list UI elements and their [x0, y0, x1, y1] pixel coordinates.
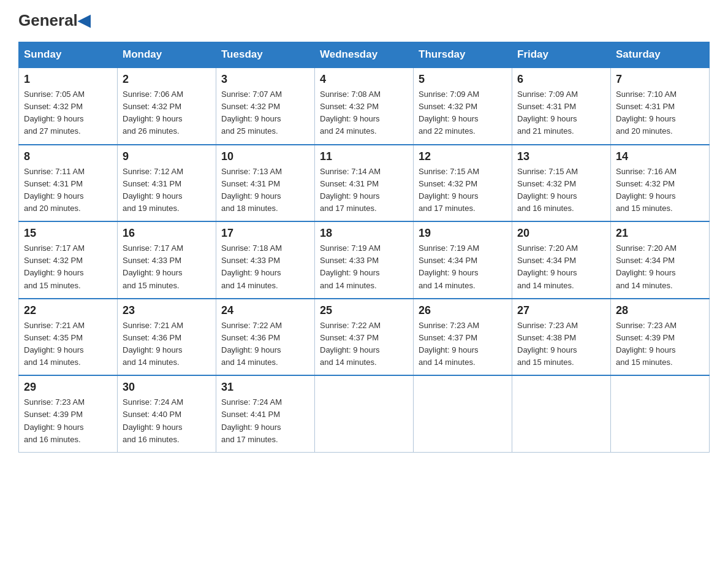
day-info: Sunrise: 7:23 AMSunset: 4:37 PMDaylight:…: [419, 320, 507, 369]
logo-top: General◀: [18, 12, 90, 28]
day-info: Sunrise: 7:22 AMSunset: 4:37 PMDaylight:…: [320, 320, 408, 369]
day-info: Sunrise: 7:10 AMSunset: 4:31 PMDaylight:…: [616, 88, 704, 138]
calendar-cell: 31Sunrise: 7:24 AMSunset: 4:41 PMDayligh…: [216, 375, 315, 452]
day-info: Sunrise: 7:23 AMSunset: 4:38 PMDaylight:…: [517, 320, 605, 369]
day-info: Sunrise: 7:09 AMSunset: 4:31 PMDaylight:…: [517, 88, 605, 138]
day-info: Sunrise: 7:20 AMSunset: 4:34 PMDaylight:…: [517, 242, 605, 292]
calendar-cell: 29Sunrise: 7:23 AMSunset: 4:39 PMDayligh…: [19, 375, 118, 452]
day-number: 15: [24, 227, 112, 240]
calendar-cell: 8Sunrise: 7:11 AMSunset: 4:31 PMDaylight…: [19, 145, 118, 222]
week-row-4: 22Sunrise: 7:21 AMSunset: 4:35 PMDayligh…: [19, 299, 710, 376]
day-info: Sunrise: 7:20 AMSunset: 4:34 PMDaylight:…: [616, 242, 704, 292]
calendar-cell: 17Sunrise: 7:18 AMSunset: 4:33 PMDayligh…: [216, 221, 315, 299]
day-number: 16: [123, 227, 211, 240]
weekday-header-wednesday: Wednesday: [315, 42, 414, 68]
calendar-cell: 9Sunrise: 7:12 AMSunset: 4:31 PMDaylight…: [118, 145, 216, 222]
day-number: 3: [221, 73, 309, 86]
day-info: Sunrise: 7:21 AMSunset: 4:35 PMDaylight:…: [24, 320, 112, 369]
calendar-cell: 22Sunrise: 7:21 AMSunset: 4:35 PMDayligh…: [19, 299, 118, 376]
day-number: 9: [123, 150, 211, 163]
day-info: Sunrise: 7:24 AMSunset: 4:41 PMDaylight:…: [221, 396, 309, 446]
day-number: 13: [517, 150, 605, 163]
day-number: 6: [517, 73, 605, 86]
day-info: Sunrise: 7:09 AMSunset: 4:32 PMDaylight:…: [419, 88, 507, 138]
day-number: 27: [517, 304, 605, 317]
day-info: Sunrise: 7:12 AMSunset: 4:31 PMDaylight:…: [123, 166, 211, 215]
calendar-cell: 7Sunrise: 7:10 AMSunset: 4:31 PMDaylight…: [611, 67, 710, 145]
day-number: 26: [419, 304, 507, 317]
day-info: Sunrise: 7:06 AMSunset: 4:32 PMDaylight:…: [123, 88, 211, 138]
calendar-cell: 15Sunrise: 7:17 AMSunset: 4:32 PMDayligh…: [19, 221, 118, 299]
day-number: 23: [123, 304, 211, 317]
day-info: Sunrise: 7:17 AMSunset: 4:32 PMDaylight:…: [24, 242, 112, 292]
day-number: 18: [320, 227, 408, 240]
day-number: 19: [419, 227, 507, 240]
page-header: General◀: [18, 12, 710, 29]
calendar-cell: 3Sunrise: 7:07 AMSunset: 4:32 PMDaylight…: [216, 67, 315, 145]
weekday-header-tuesday: Tuesday: [216, 42, 315, 68]
calendar-cell: 16Sunrise: 7:17 AMSunset: 4:33 PMDayligh…: [118, 221, 216, 299]
calendar-cell: 18Sunrise: 7:19 AMSunset: 4:33 PMDayligh…: [315, 221, 414, 299]
calendar-cell: 6Sunrise: 7:09 AMSunset: 4:31 PMDaylight…: [512, 67, 611, 145]
day-info: Sunrise: 7:08 AMSunset: 4:32 PMDaylight:…: [320, 88, 408, 138]
day-number: 30: [123, 381, 211, 394]
day-number: 12: [419, 150, 507, 163]
calendar-cell: 11Sunrise: 7:14 AMSunset: 4:31 PMDayligh…: [315, 145, 414, 222]
day-number: 20: [517, 227, 605, 240]
calendar-cell: 2Sunrise: 7:06 AMSunset: 4:32 PMDaylight…: [118, 67, 216, 145]
calendar-cell: 19Sunrise: 7:19 AMSunset: 4:34 PMDayligh…: [414, 221, 512, 299]
day-info: Sunrise: 7:11 AMSunset: 4:31 PMDaylight:…: [24, 166, 112, 215]
day-info: Sunrise: 7:24 AMSunset: 4:40 PMDaylight:…: [123, 396, 211, 446]
day-number: 17: [221, 227, 309, 240]
day-info: Sunrise: 7:16 AMSunset: 4:32 PMDaylight:…: [616, 166, 704, 215]
day-info: Sunrise: 7:21 AMSunset: 4:36 PMDaylight:…: [123, 320, 211, 369]
day-number: 1: [24, 73, 112, 86]
calendar-cell: 27Sunrise: 7:23 AMSunset: 4:38 PMDayligh…: [512, 299, 611, 376]
day-info: Sunrise: 7:19 AMSunset: 4:33 PMDaylight:…: [320, 242, 408, 292]
calendar-cell: [611, 375, 710, 452]
day-info: Sunrise: 7:15 AMSunset: 4:32 PMDaylight:…: [517, 166, 605, 215]
week-row-3: 15Sunrise: 7:17 AMSunset: 4:32 PMDayligh…: [19, 221, 710, 299]
calendar-cell: 24Sunrise: 7:22 AMSunset: 4:36 PMDayligh…: [216, 299, 315, 376]
calendar-cell: 30Sunrise: 7:24 AMSunset: 4:40 PMDayligh…: [118, 375, 216, 452]
day-info: Sunrise: 7:17 AMSunset: 4:33 PMDaylight:…: [123, 242, 211, 292]
day-number: 14: [616, 150, 704, 163]
calendar-cell: 4Sunrise: 7:08 AMSunset: 4:32 PMDaylight…: [315, 67, 414, 145]
week-row-1: 1Sunrise: 7:05 AMSunset: 4:32 PMDaylight…: [19, 67, 710, 145]
calendar-cell: 25Sunrise: 7:22 AMSunset: 4:37 PMDayligh…: [315, 299, 414, 376]
day-number: 24: [221, 304, 309, 317]
calendar-table: SundayMondayTuesdayWednesdayThursdayFrid…: [18, 42, 710, 453]
day-info: Sunrise: 7:14 AMSunset: 4:31 PMDaylight:…: [320, 166, 408, 215]
day-number: 4: [320, 73, 408, 86]
day-number: 28: [616, 304, 704, 317]
day-info: Sunrise: 7:07 AMSunset: 4:32 PMDaylight:…: [221, 88, 309, 138]
day-info: Sunrise: 7:18 AMSunset: 4:33 PMDaylight:…: [221, 242, 309, 292]
calendar-cell: 23Sunrise: 7:21 AMSunset: 4:36 PMDayligh…: [118, 299, 216, 376]
calendar-cell: 5Sunrise: 7:09 AMSunset: 4:32 PMDaylight…: [414, 67, 512, 145]
weekday-header-monday: Monday: [118, 42, 216, 68]
weekday-header-friday: Friday: [512, 42, 611, 68]
day-number: 10: [221, 150, 309, 163]
calendar-cell: 28Sunrise: 7:23 AMSunset: 4:39 PMDayligh…: [611, 299, 710, 376]
calendar-cell: 14Sunrise: 7:16 AMSunset: 4:32 PMDayligh…: [611, 145, 710, 222]
day-info: Sunrise: 7:15 AMSunset: 4:32 PMDaylight:…: [419, 166, 507, 215]
logo-triangle-icon: ◀: [78, 11, 90, 29]
day-number: 7: [616, 73, 704, 86]
weekday-header-saturday: Saturday: [611, 42, 710, 68]
week-row-2: 8Sunrise: 7:11 AMSunset: 4:31 PMDaylight…: [19, 145, 710, 222]
day-number: 31: [221, 381, 309, 394]
day-number: 11: [320, 150, 408, 163]
logo: General◀: [18, 12, 90, 29]
calendar-cell: [512, 375, 611, 452]
day-number: 5: [419, 73, 507, 86]
day-number: 21: [616, 227, 704, 240]
calendar-cell: [315, 375, 414, 452]
day-number: 29: [24, 381, 112, 394]
calendar-cell: 1Sunrise: 7:05 AMSunset: 4:32 PMDaylight…: [19, 67, 118, 145]
weekday-header-thursday: Thursday: [414, 42, 512, 68]
day-number: 25: [320, 304, 408, 317]
day-number: 2: [123, 73, 211, 86]
day-info: Sunrise: 7:05 AMSunset: 4:32 PMDaylight:…: [24, 88, 112, 138]
day-info: Sunrise: 7:13 AMSunset: 4:31 PMDaylight:…: [221, 166, 309, 215]
calendar-cell: 26Sunrise: 7:23 AMSunset: 4:37 PMDayligh…: [414, 299, 512, 376]
